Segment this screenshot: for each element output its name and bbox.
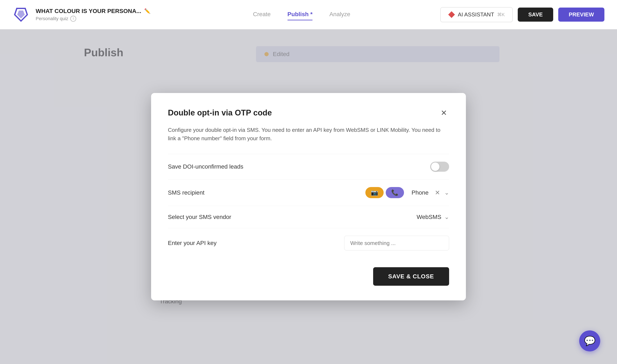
modal-title: Double opt-in via OTP code bbox=[168, 108, 272, 117]
nav-title: WHAT COLOUR IS YOUR PERSONA... ✏️ bbox=[36, 8, 151, 14]
doi-toggle[interactable] bbox=[430, 162, 449, 172]
tab-analyze[interactable]: Analyze bbox=[329, 9, 350, 20]
clear-recipient-icon[interactable]: ✕ bbox=[435, 189, 440, 196]
sms-vendor-value: WebSMS bbox=[417, 214, 441, 221]
modal-description: Configure your double opt-in via SMS. Yo… bbox=[168, 126, 449, 143]
edit-icon[interactable]: ✏️ bbox=[144, 8, 151, 14]
sms-recipient-right: 📷 📞 Phone ✕ ⌄ bbox=[365, 187, 449, 198]
recipient-tags: 📷 📞 bbox=[365, 187, 404, 198]
modal-overlay: Double opt-in via OTP code ✕ Configure y… bbox=[0, 29, 617, 364]
sms-recipient-value: Phone bbox=[411, 189, 429, 196]
save-button[interactable]: SAVE bbox=[518, 8, 553, 22]
api-key-label: Enter your API key bbox=[168, 240, 217, 247]
phone-icon: 📞 bbox=[391, 189, 398, 196]
toggle-knob bbox=[431, 162, 439, 171]
api-key-row: Enter your API key bbox=[168, 228, 449, 258]
top-nav: WHAT COLOUR IS YOUR PERSONA... ✏️ Person… bbox=[0, 0, 617, 29]
nav-tabs: Create Publish * Analyze bbox=[163, 9, 440, 20]
vendor-chevron-icon: ⌄ bbox=[444, 213, 449, 221]
svg-marker-1 bbox=[17, 11, 25, 18]
camera-icon: 📷 bbox=[371, 189, 378, 196]
sms-vendor-selector[interactable]: WebSMS ⌄ bbox=[417, 213, 449, 221]
chat-icon: 💬 bbox=[584, 336, 596, 346]
sms-recipient-label: SMS recipient bbox=[168, 189, 205, 196]
nav-brand: WHAT COLOUR IS YOUR PERSONA... ✏️ Person… bbox=[36, 8, 151, 22]
modal-header: Double opt-in via OTP code ✕ bbox=[168, 108, 449, 118]
doi-row: Save DOI-unconfirmed leads bbox=[168, 154, 449, 179]
nav-subtitle: Personality quiz i bbox=[36, 16, 151, 22]
api-key-input[interactable] bbox=[344, 236, 449, 250]
close-icon[interactable]: ✕ bbox=[439, 108, 449, 118]
save-close-button[interactable]: SAVE & CLOSE bbox=[373, 267, 449, 286]
ai-diamond-icon bbox=[448, 11, 455, 18]
sms-vendor-label: Select your SMS vendor bbox=[168, 214, 231, 221]
sms-vendor-row: Select your SMS vendor WebSMS ⌄ bbox=[168, 206, 449, 228]
doi-label: Save DOI-unconfirmed leads bbox=[168, 163, 244, 170]
recipient-chevron-icon[interactable]: ⌄ bbox=[444, 189, 449, 196]
modal: Double opt-in via OTP code ✕ Configure y… bbox=[151, 93, 466, 301]
tag-purple: 📞 bbox=[386, 187, 404, 198]
preview-button[interactable]: PREVIEW bbox=[558, 8, 604, 22]
tab-create[interactable]: Create bbox=[253, 9, 271, 20]
tag-yellow: 📷 bbox=[365, 187, 384, 198]
tab-publish[interactable]: Publish * bbox=[287, 9, 313, 20]
sms-recipient-row: SMS recipient 📷 📞 Phone ✕ ⌄ bbox=[168, 179, 449, 206]
modal-footer: SAVE & CLOSE bbox=[168, 267, 449, 286]
nav-actions: AI ASSISTANT ⌘K SAVE PREVIEW bbox=[440, 7, 604, 22]
ai-assistant-button[interactable]: AI ASSISTANT ⌘K bbox=[440, 7, 513, 22]
logo-icon bbox=[13, 6, 29, 23]
nav-logo: WHAT COLOUR IS YOUR PERSONA... ✏️ Person… bbox=[13, 6, 151, 23]
chat-bubble[interactable]: 💬 bbox=[579, 330, 600, 351]
info-icon[interactable]: i bbox=[70, 16, 76, 22]
